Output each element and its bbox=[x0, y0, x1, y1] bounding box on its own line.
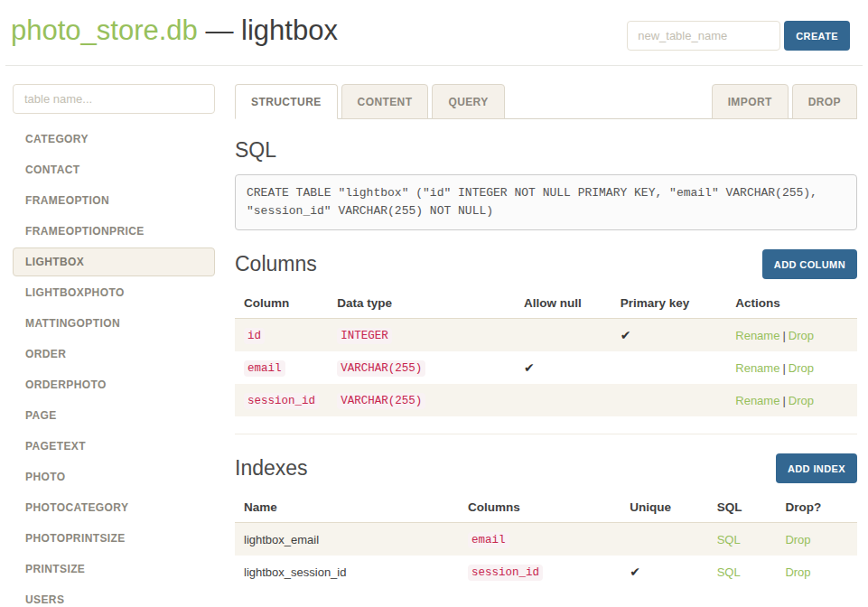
indexes-table-header-row: Name Columns Unique SQL Drop? bbox=[235, 490, 857, 523]
allow-null-check-icon: ✔ bbox=[524, 360, 535, 375]
column-name: id bbox=[244, 328, 265, 344]
sidebar-item-pagetext[interactable]: PAGETEXT bbox=[13, 432, 215, 461]
index-name: lightbox_session_id bbox=[235, 556, 459, 588]
column-data-type: VARCHAR(255) bbox=[337, 393, 425, 409]
index-columns: session_id bbox=[468, 565, 543, 581]
unique-check-icon: ✔ bbox=[630, 565, 640, 579]
sidebar-item-lightbox[interactable]: LIGHTBOX bbox=[13, 247, 215, 276]
new-table-name-input[interactable] bbox=[627, 21, 780, 51]
page-header: photo_store.db — lightbox CREATE bbox=[5, 0, 863, 66]
col-header-allow-null: Allow null bbox=[515, 286, 611, 319]
col-header-column: Column bbox=[235, 286, 328, 319]
table-detail-panel: STRUCTURE CONTENT QUERY IMPORT DROP SQL … bbox=[217, 66, 857, 607]
main-layout: CATEGORY CONTACT FRAMEOPTION FRAMEOPTION… bbox=[0, 66, 868, 607]
drop-column-link[interactable]: Drop bbox=[789, 394, 814, 407]
column-name: session_id bbox=[244, 393, 319, 409]
create-table-button[interactable]: CREATE bbox=[784, 21, 850, 51]
table-filter-input[interactable] bbox=[13, 84, 215, 114]
table-sidebar: CATEGORY CONTACT FRAMEOPTION FRAMEOPTION… bbox=[11, 66, 217, 607]
action-separator: | bbox=[782, 394, 785, 407]
col-header-primary-key: Primary key bbox=[611, 286, 726, 319]
action-separator: | bbox=[782, 329, 785, 342]
drop-column-link[interactable]: Drop bbox=[789, 329, 814, 342]
idx-header-columns: Columns bbox=[459, 490, 621, 523]
table-row: email VARCHAR(255) ✔ Rename|Drop bbox=[235, 351, 857, 384]
index-sql-link[interactable]: SQL bbox=[717, 565, 741, 579]
table-row: session_id VARCHAR(255) Rename|Drop bbox=[235, 384, 857, 416]
indexes-section-title: Indexes bbox=[235, 456, 308, 481]
tab-import[interactable]: IMPORT bbox=[712, 84, 789, 119]
create-table-controls: CREATE bbox=[627, 21, 850, 51]
database-name: photo_store.db bbox=[11, 14, 198, 46]
table-row: lightbox_session_id session_id ✔ SQL Dro… bbox=[235, 556, 857, 588]
columns-table-header-row: Column Data type Allow null Primary key … bbox=[235, 286, 857, 319]
column-data-type: VARCHAR(255) bbox=[337, 360, 425, 377]
col-header-data-type: Data type bbox=[328, 286, 515, 319]
sidebar-item-category[interactable]: CATEGORY bbox=[13, 125, 215, 154]
sidebar-item-frameoption[interactable]: FRAMEOPTION bbox=[13, 186, 215, 215]
idx-header-unique: Unique bbox=[621, 490, 707, 523]
tab-drop[interactable]: DROP bbox=[792, 84, 857, 119]
index-name: lightbox_email bbox=[235, 523, 459, 556]
sidebar-item-order[interactable]: ORDER bbox=[13, 340, 215, 369]
current-table-name: — lightbox bbox=[198, 14, 338, 46]
sidebar-item-photocategory[interactable]: PHOTOCATEGORY bbox=[13, 493, 215, 522]
tab-bar: STRUCTURE CONTENT QUERY IMPORT DROP bbox=[235, 84, 857, 119]
indexes-section-head: Indexes ADD INDEX bbox=[235, 453, 857, 483]
idx-header-drop: Drop? bbox=[776, 490, 857, 523]
sidebar-item-photo[interactable]: PHOTO bbox=[13, 462, 215, 491]
tab-structure[interactable]: STRUCTURE bbox=[235, 84, 338, 119]
index-columns: email bbox=[468, 532, 509, 548]
add-column-button[interactable]: ADD COLUMN bbox=[762, 249, 857, 279]
sidebar-item-users[interactable]: USERS bbox=[13, 585, 215, 607]
table-row: id INTEGER ✔ Rename|Drop bbox=[235, 319, 857, 352]
column-name: email bbox=[244, 360, 285, 377]
rename-column-link[interactable]: Rename bbox=[735, 361, 779, 375]
drop-index-link[interactable]: Drop bbox=[785, 533, 810, 546]
sidebar-item-page[interactable]: PAGE bbox=[13, 401, 215, 430]
columns-section-head: Columns ADD COLUMN bbox=[235, 249, 857, 279]
column-data-type: INTEGER bbox=[337, 328, 392, 344]
sidebar-item-printsize[interactable]: PRINTSIZE bbox=[13, 555, 215, 584]
sidebar-item-frameoptionprice[interactable]: FRAMEOPTIONPRICE bbox=[13, 217, 215, 246]
sidebar-item-contact[interactable]: CONTACT bbox=[13, 155, 215, 184]
sidebar-item-mattingoption[interactable]: MATTINGOPTION bbox=[13, 309, 215, 338]
columns-table: Column Data type Allow null Primary key … bbox=[235, 286, 857, 416]
sidebar-item-orderphoto[interactable]: ORDERPHOTO bbox=[13, 370, 215, 399]
primary-key-check-icon: ✔ bbox=[621, 328, 631, 342]
section-divider bbox=[235, 434, 857, 434]
idx-header-sql: SQL bbox=[708, 490, 777, 523]
col-header-actions: Actions bbox=[726, 286, 857, 319]
index-sql-link[interactable]: SQL bbox=[717, 533, 741, 546]
table-row: lightbox_email email SQL Drop bbox=[235, 523, 857, 556]
rename-column-link[interactable]: Rename bbox=[735, 394, 779, 407]
table-list: CATEGORY CONTACT FRAMEOPTION FRAMEOPTION… bbox=[13, 125, 215, 607]
add-index-button[interactable]: ADD INDEX bbox=[776, 453, 857, 483]
columns-section-title: Columns bbox=[235, 252, 317, 276]
drop-column-link[interactable]: Drop bbox=[789, 361, 814, 375]
sql-section-title: SQL bbox=[235, 138, 857, 163]
action-separator: | bbox=[782, 361, 785, 375]
create-table-sql: CREATE TABLE "lightbox" ("id" INTEGER NO… bbox=[235, 174, 857, 230]
idx-header-name: Name bbox=[235, 490, 459, 523]
rename-column-link[interactable]: Rename bbox=[735, 329, 779, 342]
drop-index-link[interactable]: Drop bbox=[785, 565, 810, 579]
sidebar-item-photoprintsize[interactable]: PHOTOPRINTSIZE bbox=[13, 524, 215, 553]
tab-content[interactable]: CONTENT bbox=[341, 84, 429, 119]
indexes-table: Name Columns Unique SQL Drop? lightbox_e… bbox=[235, 490, 857, 588]
tab-query[interactable]: QUERY bbox=[432, 84, 504, 119]
sidebar-item-lightboxphoto[interactable]: LIGHTBOXPHOTO bbox=[13, 278, 215, 307]
